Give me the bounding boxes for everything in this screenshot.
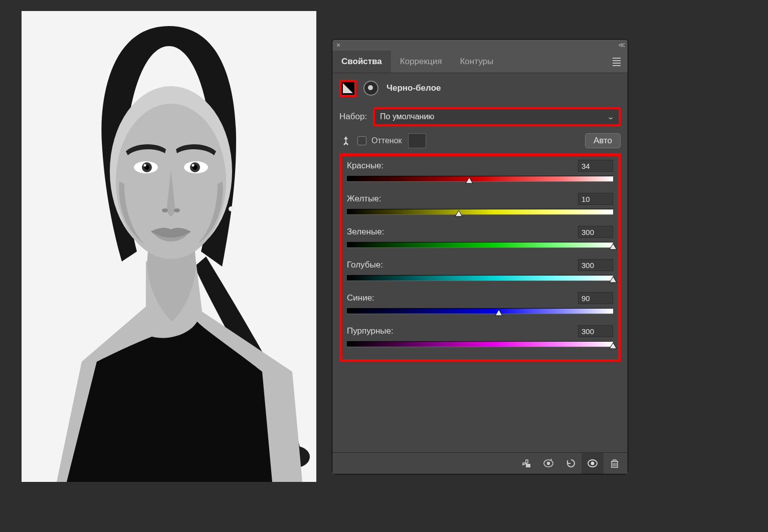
tint-color-swatch[interactable] bbox=[408, 133, 426, 148]
svg-point-18 bbox=[547, 462, 550, 465]
slider-2: Зеленые:300 bbox=[347, 226, 613, 248]
toggle-visibility-icon[interactable] bbox=[582, 453, 604, 474]
view-previous-state-icon[interactable] bbox=[537, 453, 559, 474]
preset-label: Набор: bbox=[339, 112, 367, 122]
slider-label: Зеленые: bbox=[347, 227, 384, 237]
slider-value-input[interactable]: 10 bbox=[578, 193, 613, 205]
slider-value-input[interactable]: 300 bbox=[578, 325, 613, 337]
close-icon[interactable]: × bbox=[336, 41, 340, 49]
svg-point-11 bbox=[192, 164, 195, 167]
svg-point-19 bbox=[591, 462, 595, 465]
slider-thumb[interactable] bbox=[610, 243, 617, 250]
slider-track[interactable] bbox=[347, 242, 613, 248]
clip-to-layer-icon[interactable] bbox=[515, 453, 537, 474]
tab-properties[interactable]: Свойства bbox=[332, 51, 391, 73]
slider-track[interactable] bbox=[347, 209, 613, 215]
slider-thumb[interactable] bbox=[455, 210, 462, 217]
slider-label: Красные: bbox=[347, 161, 383, 171]
slider-track[interactable] bbox=[347, 308, 613, 314]
svg-rect-17 bbox=[526, 464, 530, 467]
slider-value-input[interactable]: 300 bbox=[578, 259, 613, 271]
color-sliders-group: Красные:34Желтые:10Зеленые:300Голубые:30… bbox=[339, 153, 621, 362]
tab-adjustments[interactable]: Коррекция bbox=[391, 51, 451, 73]
slider-value-input[interactable]: 90 bbox=[578, 292, 613, 304]
svg-point-12 bbox=[162, 208, 168, 212]
panel-menu-icon[interactable] bbox=[606, 51, 628, 73]
slider-thumb[interactable] bbox=[466, 177, 473, 184]
slider-track[interactable] bbox=[347, 341, 613, 347]
slider-thumb[interactable] bbox=[495, 310, 502, 317]
delete-icon[interactable] bbox=[604, 453, 626, 474]
svg-point-13 bbox=[174, 208, 180, 212]
slider-5: Пурпурные:300 bbox=[347, 325, 613, 347]
slider-label: Голубые: bbox=[347, 260, 383, 270]
targeted-adjustment-tool-icon[interactable] bbox=[339, 134, 352, 147]
slider-0: Красные:34 bbox=[347, 160, 613, 182]
slider-value-input[interactable]: 300 bbox=[578, 226, 613, 238]
slider-label: Пурпурные: bbox=[347, 326, 394, 336]
collapse-icon[interactable]: << bbox=[619, 41, 624, 49]
slider-4: Синие:90 bbox=[347, 292, 613, 314]
auto-button[interactable]: Авто bbox=[585, 133, 621, 148]
preset-value: По умолчанию bbox=[380, 112, 434, 121]
slider-value-input[interactable]: 34 bbox=[578, 160, 613, 172]
adjustment-title: Черно-белое bbox=[387, 83, 441, 93]
slider-thumb[interactable] bbox=[610, 343, 617, 350]
slider-label: Желтые: bbox=[347, 194, 381, 204]
preset-dropdown[interactable]: По умолчанию ⌄ bbox=[373, 107, 621, 126]
chevron-down-icon: ⌄ bbox=[607, 113, 615, 121]
slider-1: Желтые:10 bbox=[347, 193, 613, 215]
tint-checkbox[interactable] bbox=[357, 136, 366, 145]
tint-label: Оттенок bbox=[371, 136, 402, 145]
slider-thumb[interactable] bbox=[610, 277, 617, 284]
panel-footer bbox=[332, 452, 628, 474]
properties-panel: × << Свойства Коррекция Контуры Черно-бе… bbox=[332, 39, 628, 474]
black-white-adjustment-icon[interactable] bbox=[339, 80, 356, 97]
slider-track[interactable] bbox=[347, 176, 613, 182]
tab-paths[interactable]: Контуры bbox=[451, 51, 502, 73]
document-preview bbox=[22, 11, 316, 482]
slider-track[interactable] bbox=[347, 275, 613, 281]
panel-tabs: Свойства Коррекция Контуры bbox=[332, 51, 628, 73]
reset-icon[interactable] bbox=[559, 453, 582, 474]
svg-point-10 bbox=[144, 164, 146, 167]
svg-point-14 bbox=[229, 206, 234, 211]
slider-label: Синие: bbox=[347, 293, 374, 303]
layer-mask-icon[interactable] bbox=[363, 81, 378, 96]
slider-3: Голубые:300 bbox=[347, 259, 613, 281]
